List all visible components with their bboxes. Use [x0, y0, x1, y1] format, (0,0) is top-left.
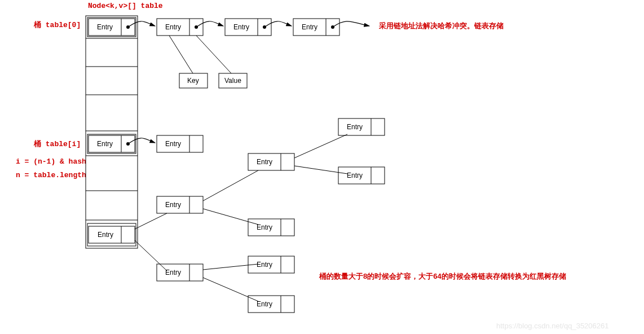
entry-label: Entry — [257, 223, 272, 231]
svg-line-22 — [203, 209, 258, 225]
entry-label: Entry — [97, 23, 113, 31]
tree-note: 桶的数量大于8的时候会扩容，大于64的时候会将链表存储转换为红黑树存储 — [319, 272, 566, 280]
entry-label: Entry — [302, 23, 317, 31]
entry-label: Entry — [165, 269, 181, 276]
svg-rect-6 — [86, 16, 138, 248]
entry-label: Entry — [233, 23, 249, 31]
table-array: Entry Entry Entry — [86, 16, 138, 248]
svg-line-24 — [203, 278, 258, 301]
entry-label: Entry — [347, 172, 363, 179]
entry-label: Entry — [347, 123, 363, 131]
key-value-callout: Key Value — [169, 36, 247, 88]
svg-line-18 — [196, 36, 231, 73]
hashmap-diagram: Node<k,v>[] table 桶 table[0] 桶 table[i] … — [0, 0, 644, 334]
entry-label: Entry — [98, 231, 113, 239]
entry-label: Entry — [165, 140, 181, 148]
key-label: Key — [187, 77, 199, 85]
svg-line-21 — [203, 170, 258, 201]
entry-label: Entry — [257, 261, 272, 269]
length-formula: n = table.length — [16, 171, 86, 179]
watermark: https://blog.csdn.net/qq_35206261 — [496, 322, 609, 330]
row-i-chain: Entry — [128, 135, 203, 152]
value-label: Value — [224, 77, 241, 85]
entry-label: Entry — [165, 201, 181, 209]
linked-list-chain: Entry Entry Entry — [128, 19, 369, 36]
svg-line-19 — [135, 213, 167, 229]
hash-formula: i = (n-1) & hash — [16, 157, 86, 166]
table-title: Node<k,v>[] table — [88, 2, 163, 10]
svg-line-17 — [169, 36, 193, 73]
svg-line-25 — [294, 134, 347, 158]
bucket-0-label: 桶 table[0] — [33, 21, 81, 29]
svg-line-20 — [135, 240, 167, 271]
bucket-i-label: 桶 table[i] — [33, 140, 81, 148]
chain-note: 采用链地址法解决哈希冲突。链表存储 — [378, 21, 504, 30]
entry-label: Entry — [165, 23, 181, 31]
entry-label: Entry — [257, 300, 272, 308]
entry-label: Entry — [257, 158, 272, 166]
entry-label: Entry — [97, 140, 113, 148]
